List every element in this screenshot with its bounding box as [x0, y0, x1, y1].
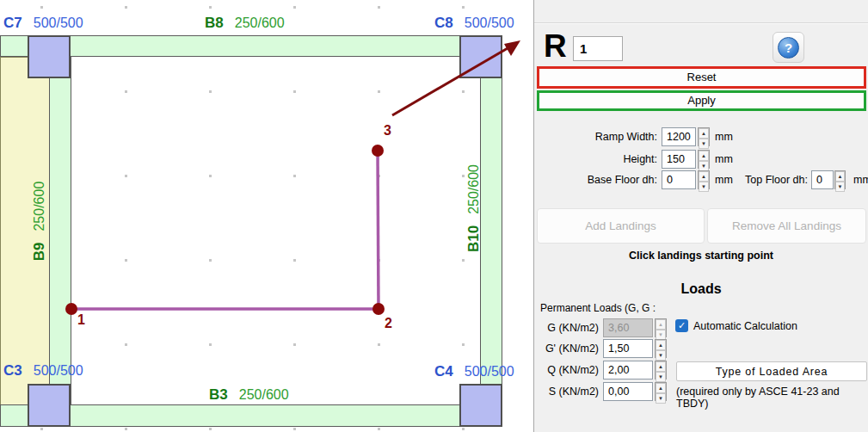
asce-tbdy-note: (required only by ASCE 41-23 and TBDY): [676, 386, 868, 410]
height-label: Height:: [551, 153, 657, 165]
ramp-dialog-window: 1 2 3 C7500/500 B8250/600 C8500/500 B925…: [0, 0, 868, 432]
ramp-number-input[interactable]: 1: [573, 36, 623, 61]
top-floor-label: Top Floor dh:: [732, 174, 808, 186]
q-load-stepper[interactable]: ▲▼: [655, 361, 667, 380]
ramp-width-stepper[interactable]: ▲▼: [698, 127, 710, 146]
beam-b10-label: B10250/600: [465, 164, 483, 252]
help-icon: ?: [778, 37, 799, 59]
g-load-input: 3,60: [603, 318, 653, 337]
s-load-label: S (KN/m2): [534, 386, 599, 398]
spin-down-icon[interactable]: ▼: [656, 372, 666, 382]
ramp-point-2[interactable]: [372, 303, 385, 315]
column-c3-label: C3500/500: [3, 362, 83, 380]
spin-down-icon[interactable]: ▼: [699, 139, 709, 149]
height-unit: mm: [715, 153, 733, 165]
spin-up-icon[interactable]: ▲: [699, 128, 709, 139]
base-floor-unit: mm: [715, 174, 733, 186]
ramp-segment-2-3[interactable]: [378, 151, 379, 309]
add-landings-button[interactable]: Add Landings: [537, 208, 705, 244]
g-load-stepper: ▲▼: [655, 318, 667, 337]
base-floor-label: Base Floor dh:: [551, 174, 657, 186]
spin-down-icon[interactable]: ▼: [656, 393, 666, 404]
column-c4-label: C4500/500: [434, 363, 514, 380]
loads-heading: Loads: [534, 281, 868, 297]
spin-up-icon[interactable]: ▲: [699, 151, 709, 161]
type-of-loaded-area-button[interactable]: Type of Loaded Area: [676, 361, 867, 381]
beam-b9-label: B9250/600: [31, 182, 48, 262]
ramp-properties-panel: R 1 ? Reset Apply Ramp Width: 1200 ▲▼ mm…: [533, 0, 868, 432]
g-prime-load-stepper[interactable]: ▲▼: [655, 339, 667, 358]
spin-up-icon[interactable]: ▲: [656, 361, 666, 372]
remove-all-landings-button[interactable]: Remove All Landings: [707, 208, 866, 244]
height-stepper[interactable]: ▲▼: [698, 150, 710, 169]
reset-button[interactable]: Reset: [537, 66, 866, 89]
top-floor-stepper[interactable]: ▲▼: [834, 170, 846, 189]
height-input[interactable]: 150: [662, 150, 696, 169]
spin-up-icon[interactable]: ▲: [656, 383, 666, 393]
apply-button[interactable]: Apply: [537, 90, 866, 111]
q-load-input[interactable]: 2,00: [603, 361, 653, 380]
spin-down-icon[interactable]: ▼: [656, 350, 666, 361]
beam-b3-label: B3250/600: [209, 386, 289, 404]
g-prime-load-label: G' (KN/m2): [534, 343, 599, 355]
spin-down-icon[interactable]: ▼: [699, 182, 709, 192]
top-floor-input[interactable]: 0: [811, 170, 834, 189]
beam-b8-label: B8250/600: [205, 15, 285, 32]
spin-up-icon[interactable]: ▲: [699, 171, 709, 182]
point-label-2: 2: [385, 316, 392, 331]
direction-arrow-line: [392, 45, 514, 115]
ramp-width-label: Ramp Width:: [551, 131, 657, 143]
automatic-calculation-checkbox[interactable]: ✓: [675, 319, 688, 332]
ramp-width-unit: mm: [715, 131, 733, 143]
ramp-prefix-label: R: [544, 28, 567, 65]
base-floor-input[interactable]: 0: [662, 170, 696, 189]
s-load-stepper[interactable]: ▲▼: [655, 382, 667, 401]
q-load-label: Q (KN/m2): [534, 364, 599, 376]
top-floor-unit: mm: [853, 174, 868, 186]
ramp-point-3[interactable]: [372, 145, 384, 157]
spin-up-icon[interactable]: ▲: [656, 340, 666, 350]
base-floor-stepper[interactable]: ▲▼: [698, 170, 710, 189]
g-load-label: G (KN/m2): [534, 322, 599, 334]
s-load-input[interactable]: 0,00: [603, 382, 653, 401]
ramp-point-1[interactable]: [65, 303, 77, 315]
panel-header-strip: [534, 0, 868, 23]
column-c7-label: C7500/500: [3, 15, 83, 32]
plan-canvas[interactable]: 1 2 3 C7500/500 B8250/600 C8500/500 B925…: [0, 0, 533, 432]
spin-up-icon[interactable]: ▲: [835, 171, 845, 182]
landings-hint-text: Click landings starting point: [534, 250, 868, 262]
point-label-3: 3: [384, 123, 391, 139]
spin-down-icon[interactable]: ▼: [835, 182, 845, 192]
point-label-1: 1: [77, 312, 85, 328]
permanent-loads-label: Permanent Loads (G, G :: [540, 302, 656, 314]
automatic-calculation-label: Automatic Calculation: [693, 320, 797, 332]
ramp-width-input[interactable]: 1200: [662, 127, 696, 146]
column-c8-label: C8500/500: [434, 15, 514, 32]
help-button[interactable]: ?: [773, 32, 804, 63]
g-prime-load-input[interactable]: 1,50: [603, 339, 653, 358]
spin-up-icon: ▲: [656, 319, 666, 330]
